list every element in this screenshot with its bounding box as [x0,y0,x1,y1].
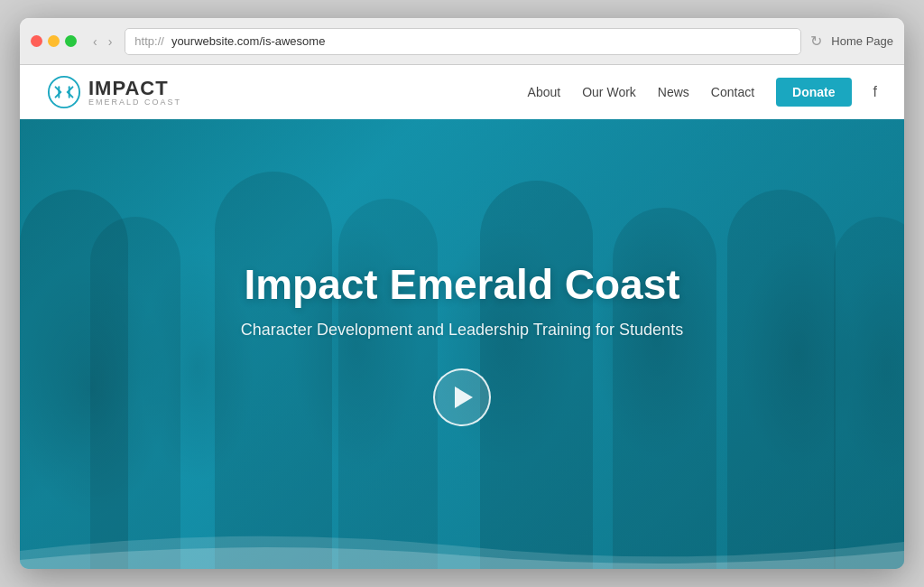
hero-title: Impact Emerald Coast [241,262,683,308]
play-button[interactable] [433,368,491,426]
donate-button[interactable]: Donate [776,78,851,107]
url-protocol: http:// [134,34,164,48]
hero-content: Impact Emerald Coast Character Developme… [223,244,701,444]
browser-nav-arrows: ‹ › [89,33,116,51]
browser-chrome: ‹ › http:// yourwebsite.com/is-awesome ↻… [20,18,904,65]
site-navbar: IMPACT emerald coast About Our Work News… [20,65,904,119]
forward-arrow[interactable]: › [105,33,116,51]
minimize-button[interactable] [48,35,60,47]
nav-links: About Our Work News Contact Donate f [528,78,877,107]
svg-point-0 [49,77,79,107]
website-content: IMPACT emerald coast About Our Work News… [20,65,904,569]
close-button[interactable] [31,35,42,47]
logo-main-text: IMPACT [88,79,181,98]
nav-our-work[interactable]: Our Work [582,85,636,99]
hero-wave [20,524,904,569]
hero-section: Impact Emerald Coast Character Developme… [20,119,904,569]
maximize-button[interactable] [65,35,77,47]
nav-contact[interactable]: Contact [711,85,754,99]
browser-window: ‹ › http:// yourwebsite.com/is-awesome ↻… [20,18,904,569]
reload-button[interactable]: ↻ [810,33,822,50]
home-page-button[interactable]: Home Page [831,34,893,48]
nav-news[interactable]: News [658,85,689,99]
hero-subtitle: Character Development and Leadership Tra… [241,321,683,340]
back-arrow[interactable]: ‹ [89,33,101,51]
facebook-icon[interactable]: f [873,84,877,100]
logo-sub-text: emerald coast [88,98,181,107]
url-text: yourwebsite.com/is-awesome [171,34,326,48]
nav-about[interactable]: About [528,85,561,99]
logo-text: IMPACT emerald coast [88,79,181,107]
logo-area[interactable]: IMPACT emerald coast [47,75,181,109]
address-bar[interactable]: http:// yourwebsite.com/is-awesome [125,28,801,55]
play-icon [455,387,473,408]
logo-icon [47,75,81,109]
traffic-lights [31,35,77,47]
